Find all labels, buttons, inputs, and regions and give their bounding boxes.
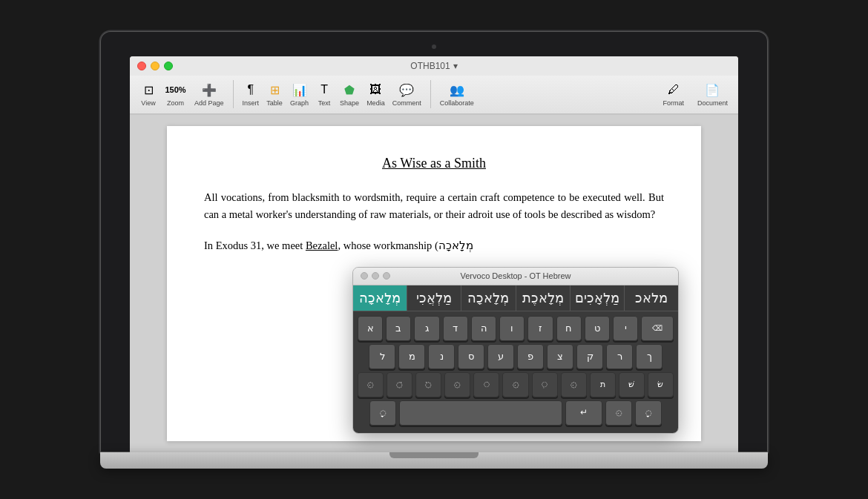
key-special-2[interactable]: ◌ּ (605, 400, 632, 426)
keyboard-row-3: ◌ּ ◌ׁ ◌ׂ ◌ּ ◌ׄ ◌ּ ◌ׅ ◌ּ ת שׁ שׂ (358, 372, 674, 397)
toolbar-separator-1 (233, 80, 234, 108)
key-diacritic-6[interactable]: ◌ּ (502, 372, 528, 397)
keyboard-row-2: ל מ נ ס ע פ צ ק ר ך (358, 344, 674, 369)
key-dalet[interactable]: ד (443, 316, 468, 341)
key-diacritic-7[interactable]: ◌ׅ (532, 372, 558, 397)
vervoco-traffic-lights (361, 272, 390, 280)
document-area: As Wise as a Smith All vocations, from b… (130, 115, 738, 452)
laptop-container: OTHB101 ▾ ⊡ View 150% Zoom (100, 31, 768, 469)
suggestion-0[interactable]: מְלָאכָה (353, 285, 407, 311)
paragraph-2-suffix: , whose workmanship ( (338, 239, 438, 251)
toolbar-right: 🖊 Format 📄 Document (660, 82, 731, 107)
text-label: Text (318, 99, 331, 107)
key-diacritic-4[interactable]: ◌ּ (444, 372, 470, 397)
media-button[interactable]: 🖼 Media (366, 82, 385, 107)
shape-label: Shape (340, 99, 359, 107)
key-space[interactable] (399, 400, 562, 426)
key-het[interactable]: ח (556, 316, 582, 341)
doc-right-margin (701, 115, 738, 452)
collaborate-icon: 👥 (449, 82, 465, 98)
document-label: Document (697, 99, 728, 107)
key-zayin[interactable]: ז (527, 316, 553, 341)
document-icon: 📄 (704, 82, 720, 98)
suggestion-3[interactable]: מְלָאכֶת (516, 285, 571, 311)
key-tet[interactable]: ט (585, 316, 610, 341)
keyboard-row-1: א ב ג ד ה ו ז ח ט י ⌫ (358, 316, 674, 341)
key-diacritic-1[interactable]: ◌ּ (358, 372, 384, 397)
key-diacritic-3[interactable]: ◌ׂ (415, 372, 441, 397)
key-special-3[interactable]: ◌ׇ (635, 400, 662, 426)
hebrew-word-inline: מְלָאכָה (438, 239, 473, 251)
format-button[interactable]: 🖊 Format (662, 82, 684, 107)
suggestion-2[interactable]: מְלָאכָה (461, 285, 516, 311)
view-icon: ⊡ (140, 82, 157, 98)
key-he[interactable]: ה (471, 316, 496, 341)
key-diacritic-5[interactable]: ◌ׄ (473, 372, 499, 397)
add-page-icon: ➕ (201, 82, 217, 98)
key-samekh[interactable]: ס (458, 344, 484, 369)
camera-dot (432, 44, 436, 49)
vervoco-close[interactable] (361, 272, 368, 280)
media-label: Media (366, 99, 385, 107)
keyboard-row-4: ◌ׇ ↵ ◌ּ ◌ׇ (358, 400, 674, 426)
key-ayin[interactable]: ע (487, 344, 514, 369)
shape-button[interactable]: ⬟ Shape (340, 82, 359, 107)
zoom-control[interactable]: 150% Zoom (167, 82, 184, 107)
collaborate-button[interactable]: 👥 Collaborate (440, 82, 474, 107)
laptop-base (100, 452, 768, 469)
vervoco-maximize[interactable] (383, 272, 390, 280)
bezalel-link[interactable]: Bezalel (306, 239, 338, 251)
key-shin-dot[interactable]: שׂ (648, 372, 674, 397)
key-enter[interactable]: ↵ (565, 400, 602, 426)
key-lamed[interactable]: ל (369, 344, 395, 369)
insert-label: Insert (243, 99, 260, 107)
add-page-button[interactable]: ➕ Add Page (194, 82, 224, 107)
close-button[interactable] (137, 62, 146, 70)
key-kaf-sofit[interactable]: ך (636, 344, 662, 369)
key-gimel[interactable]: ג (414, 316, 439, 341)
key-mem[interactable]: מ (398, 344, 425, 369)
zoom-value: 150% (168, 82, 184, 98)
titlebar-top: OTHB101 ▾ (130, 56, 738, 76)
minimize-button[interactable] (151, 62, 160, 70)
insert-button[interactable]: ¶ Insert (243, 82, 260, 107)
key-tav[interactable]: ת (590, 372, 616, 397)
toolbar-separator-2 (430, 80, 431, 108)
key-qof[interactable]: ק (576, 344, 603, 369)
key-pe[interactable]: פ (517, 344, 544, 369)
key-nun[interactable]: נ (428, 344, 455, 369)
add-page-label: Add Page (194, 99, 224, 107)
key-backspace[interactable]: ⌫ (641, 316, 674, 341)
window-title: OTHB101 ▾ (410, 61, 457, 71)
suggestion-5[interactable]: מלאכ (625, 285, 678, 311)
key-diacritic-8[interactable]: ◌ּ (561, 372, 587, 397)
document-title: As Wise as a Smith (204, 156, 664, 171)
suggestion-1[interactable]: מַלְאֲכִי (407, 285, 461, 311)
vervoco-titlebar: Vervoco Desktop - OT Hebrew (353, 268, 678, 285)
key-yod[interactable]: י (613, 316, 638, 341)
vervoco-minimize[interactable] (372, 272, 379, 280)
key-bet[interactable]: ב (386, 316, 411, 341)
suggestion-4[interactable]: מַלְאָכִים (571, 285, 625, 311)
titlebar: OTHB101 ▾ ⊡ View 150% Zoom (130, 56, 738, 115)
key-resh[interactable]: ר (606, 344, 633, 369)
key-tsadi[interactable]: צ (547, 344, 573, 369)
key-shin[interactable]: שׁ (619, 372, 645, 397)
format-icon: 🖊 (665, 82, 682, 98)
table-button[interactable]: ⊞ Table (266, 82, 283, 107)
traffic-lights (137, 62, 173, 70)
keyboard-area: א ב ג ד ה ו ז ח ט י ⌫ (353, 311, 678, 433)
maximize-button[interactable] (164, 62, 173, 70)
text-button[interactable]: T Text (316, 82, 332, 107)
key-diacritic-2[interactable]: ◌ׁ (387, 372, 412, 397)
key-aleph[interactable]: א (358, 316, 383, 341)
comment-icon: 💬 (398, 82, 415, 98)
zoom-label: Zoom (167, 99, 184, 107)
comment-button[interactable]: 💬 Comment (392, 82, 421, 107)
document-button[interactable]: 📄 Document (697, 82, 728, 107)
key-special-1[interactable]: ◌ׇ (369, 400, 396, 426)
paragraph-2-prefix: In Exodus 31, we meet (204, 239, 306, 251)
graph-button[interactable]: 📊 Graph (290, 82, 309, 107)
key-vav[interactable]: ו (499, 316, 525, 341)
view-button[interactable]: ⊡ View (140, 82, 157, 107)
